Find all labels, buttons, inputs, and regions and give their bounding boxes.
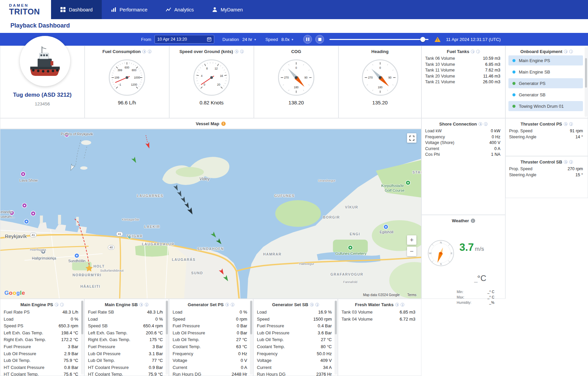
stop-button[interactable] [315, 35, 324, 44]
history-icon[interactable] [139, 303, 143, 307]
info-icon[interactable] [60, 303, 64, 307]
duration-select[interactable]: 24 hr ▾ [242, 37, 256, 42]
row-label: Cos Phi [425, 152, 440, 158]
row-value: 0 A [494, 146, 500, 152]
equipment-item-towing-winch-drum-01[interactable]: Towing Winch Drum 01 [508, 101, 583, 111]
row-label: Fuel Rate PS [4, 309, 30, 316]
info-icon[interactable] [569, 50, 573, 53]
info-icon[interactable] [240, 50, 244, 53]
svg-text:W: W [429, 252, 432, 255]
info-icon[interactable]: i [471, 219, 475, 223]
warning-icon: ! [435, 37, 441, 42]
history-icon[interactable] [225, 303, 229, 307]
equipment-item-main-engine-ps[interactable]: Main Engine PS [508, 55, 583, 65]
speed-over-ground-gauge: 048121620 [189, 55, 234, 100]
dashboard-icon [60, 7, 66, 12]
panel-title: Fuel Consumption [102, 49, 141, 54]
map-fullscreen-button[interactable] [407, 133, 416, 143]
svg-text:0: 0 [296, 66, 297, 69]
info-icon[interactable] [569, 122, 573, 126]
info-icon[interactable] [569, 160, 573, 164]
slider-handle[interactable] [420, 37, 425, 42]
row-label: Load [257, 309, 267, 316]
data-row: Fuel Pressure0.4 Bar [254, 323, 337, 330]
tab-performance[interactable]: Performance [102, 0, 156, 19]
data-row: Frequency0 Hz [169, 350, 253, 358]
info-icon[interactable] [476, 50, 480, 53]
row-value: 0 % [71, 316, 78, 323]
row-label: Run Hours DG [173, 371, 201, 376]
brand-logo[interactable]: DAMEN TRITON [0, 0, 51, 19]
vessel-map[interactable]: Puffins of ReykjavikVideyLava Showceland… [0, 129, 421, 299]
history-icon[interactable] [564, 160, 568, 164]
data-row: Run Hours DG2448 Hr [169, 371, 253, 376]
info-icon[interactable] [315, 303, 319, 307]
scrollbar[interactable] [250, 300, 253, 375]
data-row: Tank 11 Volume7.62 m3 [422, 67, 505, 74]
row-value: 0 % [155, 316, 163, 323]
vessel-code: 123456 [0, 101, 84, 106]
equipment-item-generator-ps[interactable]: Generator PS [508, 78, 583, 88]
history-icon[interactable] [142, 50, 146, 53]
map-zoom-out-button[interactable]: − [407, 247, 416, 256]
row-value: 27 °C [236, 336, 247, 343]
history-icon[interactable] [395, 303, 399, 307]
svg-text:1200: 1200 [131, 83, 137, 86]
tab-label: Performance [120, 7, 147, 12]
tab-mydamen[interactable]: MyDamen [203, 0, 252, 19]
history-icon[interactable] [55, 303, 58, 307]
scrollbar[interactable] [166, 300, 168, 375]
panel-heading: Heading 090180270 135.20 [338, 46, 421, 118]
playback-progress-slider[interactable] [329, 37, 428, 42]
row-label: Voltage [257, 357, 271, 364]
row-label: Steering Angle [509, 172, 536, 178]
svg-text:199: 199 [115, 76, 119, 79]
onboard-scrollbar[interactable] [585, 47, 587, 117]
row-label: Load [4, 316, 13, 323]
weather-stats: Min:_° CMax:_° CHumidity:_% [457, 289, 494, 305]
tab-analytics[interactable]: Analytics [156, 0, 203, 19]
row-value: 11.46 m3 [483, 74, 500, 80]
scrollbar[interactable] [334, 300, 337, 375]
map-terms-link[interactable]: Terms [407, 293, 416, 297]
svg-text:8: 8 [206, 67, 208, 70]
history-icon[interactable] [564, 50, 568, 53]
info-icon[interactable] [401, 303, 404, 307]
svg-text:180: 180 [294, 86, 299, 89]
pause-icon [306, 38, 309, 41]
history-icon[interactable] [471, 50, 474, 53]
google-logo: Google [4, 290, 25, 296]
speed-select[interactable]: 8.0x ▾ [281, 37, 293, 42]
history-icon[interactable] [479, 122, 482, 126]
svg-text:1000: 1000 [134, 76, 140, 79]
row-value: 400 V [489, 140, 500, 146]
top-navbar: DAMEN TRITON Dashboard Performance Analy… [0, 0, 588, 19]
slider-track[interactable] [329, 39, 428, 40]
info-icon[interactable] [148, 50, 151, 53]
row-value: 1500 rpm [313, 316, 332, 323]
info-icon[interactable] [231, 303, 234, 307]
history-icon[interactable] [564, 122, 568, 126]
equipment-item-generator-sb[interactable]: Generator SB [508, 90, 583, 100]
info-icon[interactable] [145, 303, 148, 307]
data-row: Lub Oil Temp.27 °C [254, 336, 337, 343]
data-row: Current0 A [169, 364, 253, 371]
row-value: 14 ° [576, 134, 583, 140]
history-icon[interactable] [310, 303, 314, 307]
tab-dashboard[interactable]: Dashboard [51, 0, 102, 19]
info-icon[interactable] [484, 122, 488, 126]
row-label: Left Exh. Gas Temp. [88, 330, 128, 337]
map-zoom-in-button[interactable]: + [407, 235, 416, 245]
from-datetime-input[interactable]: 10 Apr 24 13:20 [154, 35, 214, 44]
pause-button[interactable] [303, 35, 312, 44]
row-label: Run Hours DG [257, 371, 285, 376]
fuel-tanks-rows: Tank 06 Volume10.59 m3Tank 10 Volume6.85… [422, 54, 505, 85]
equipment-item-main-engine-sb[interactable]: Main Engine SB [508, 67, 583, 77]
history-icon[interactable] [235, 50, 238, 53]
row-label: Load [88, 316, 98, 323]
info-icon[interactable]: i [221, 122, 226, 126]
data-row: Load0 % [169, 309, 253, 316]
scrollbar[interactable] [81, 300, 84, 375]
panel-vessel-info: Tug demo (ASD 3212) 123456 [0, 46, 85, 118]
row-label: Lub Oil Pressure [257, 330, 289, 337]
